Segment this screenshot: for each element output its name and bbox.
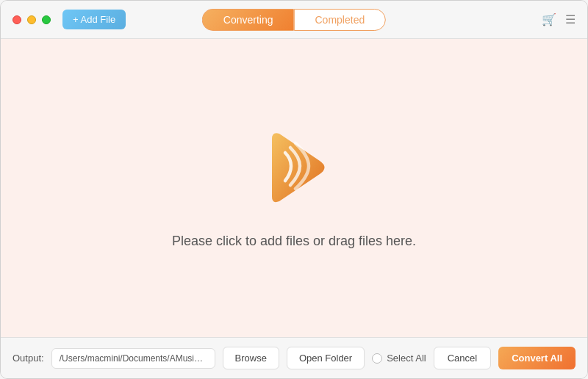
titlebar-icons: 🛒 ☰	[542, 12, 576, 26]
add-file-button[interactable]: + Add File	[62, 10, 126, 29]
tab-converting[interactable]: Converting	[202, 9, 294, 31]
maximize-button[interactable]	[42, 15, 51, 24]
cancel-button[interactable]: Cancel	[434, 347, 491, 369]
drop-area[interactable]: Please click to add files or drag files …	[172, 128, 416, 249]
select-all-group[interactable]: Select All	[372, 353, 426, 364]
browse-button[interactable]: Browse	[223, 347, 279, 369]
output-label: Output:	[12, 353, 44, 364]
convert-all-button[interactable]: Convert All	[498, 347, 576, 369]
traffic-lights	[12, 15, 51, 24]
drop-text: Please click to add files or drag files …	[172, 234, 416, 249]
titlebar: + Add File Converting Completed 🛒 ☰	[1, 1, 587, 39]
tab-completed[interactable]: Completed	[294, 9, 387, 31]
close-button[interactable]	[12, 15, 21, 24]
app-window: + Add File Converting Completed 🛒 ☰	[0, 0, 588, 379]
minimize-button[interactable]	[27, 15, 36, 24]
main-content[interactable]: Please click to add files or drag files …	[1, 39, 587, 337]
select-all-label: Select All	[387, 353, 426, 364]
app-logo	[250, 128, 338, 216]
menu-icon[interactable]: ☰	[565, 12, 576, 26]
open-folder-button[interactable]: Open Folder	[287, 347, 365, 369]
tab-group: Converting Completed	[202, 9, 386, 31]
select-all-radio[interactable]	[372, 353, 382, 364]
bottom-bar: Output: /Users/macmini/Documents/AMusicS…	[1, 337, 587, 378]
output-path: /Users/macmini/Documents/AMusicSoft Aud	[51, 348, 215, 369]
cart-icon[interactable]: 🛒	[542, 12, 556, 26]
